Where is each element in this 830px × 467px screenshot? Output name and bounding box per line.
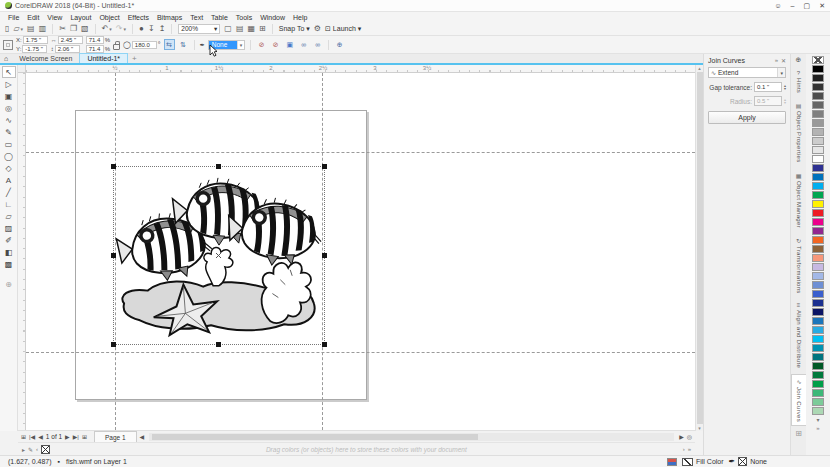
add-tool-button[interactable]: ⊕ [2,278,16,290]
tab-welcome-screen[interactable]: Welcome Screen [12,53,79,63]
color-swatch-35[interactable] [812,371,824,379]
color-swatch-37[interactable] [812,389,824,397]
vertical-scrollbar-thumb[interactable] [697,72,703,424]
object-width-field[interactable]: 2.45 " [58,36,83,44]
color-swatch-29[interactable] [812,317,824,325]
transparency-tool[interactable]: ▨ [2,222,16,234]
artistic-media-tool[interactable]: ✎ [2,126,16,138]
rotation-angle-field[interactable]: 180.0 [132,41,157,49]
color-swatch-31[interactable] [812,335,824,343]
menu-item-0[interactable]: File [4,14,23,21]
new-tab-button[interactable]: + [132,54,137,63]
docker-close-icon[interactable]: ✕ [781,57,786,64]
color-swatch-10[interactable] [812,146,824,154]
last-page-button[interactable]: ▶| [73,433,79,440]
launch-button[interactable]: ⊡ Launch ▾ [325,25,361,33]
previous-page-button[interactable]: ◀ [38,433,43,440]
join-mode-dropdown[interactable]: ∿ Extend ▾ [708,67,786,78]
palette-arrow-icon[interactable]: ▸ [22,446,25,453]
color-swatch-1[interactable] [812,65,824,73]
selection-handle-ne[interactable] [322,164,327,169]
undo-button[interactable]: ↶▾ [102,24,112,34]
color-swatch-15[interactable] [812,191,824,199]
vertical-scrollbar[interactable]: ▴ ▾ [695,65,703,431]
show-guidelines-button[interactable]: ⊞ [259,24,266,34]
export-button[interactable]: ↥ [159,24,166,34]
show-rulers-button[interactable]: ▤ [236,24,244,34]
selection-handle-e[interactable] [322,253,327,258]
palette-scroll-right-icon[interactable]: › [683,446,685,452]
tab-untitled-document[interactable]: Untitled-1* [79,53,128,63]
color-swatch-26[interactable] [812,290,824,298]
eyedropper-icon[interactable]: ✎ [28,446,33,453]
selection-handle-se[interactable] [322,342,327,347]
color-swatch-8[interactable] [812,128,824,136]
scroll-left-icon[interactable]: ◀ [140,433,145,440]
color-swatch-9[interactable] [812,137,824,145]
scroll-down-icon[interactable]: ▾ [698,425,701,431]
options-button[interactable]: ⚙ [314,24,321,34]
palette-scroll-down-icon[interactable]: ▾ [816,417,819,423]
save-button[interactable]: ▤ [27,24,35,34]
color-swatch-23[interactable] [812,263,824,271]
combine-button[interactable]: ∞ [298,39,309,50]
color-swatch-36[interactable] [812,380,824,388]
docker-tab-object-properties[interactable]: ▤Object Properties [791,99,806,165]
color-swatch-4[interactable] [812,92,824,100]
print-button[interactable]: ▥ [39,24,47,34]
add-docker-button[interactable]: ⊞ [795,429,802,438]
color-swatch-13[interactable] [812,173,824,181]
horizontal-scrollbar[interactable] [149,433,674,441]
x-position-field[interactable]: 1.75 " [23,36,48,44]
scale-v-field[interactable]: 71.4 [86,45,104,53]
menu-item-1[interactable]: Edit [23,14,43,21]
vertical-ruler[interactable] [18,73,26,430]
color-swatch-22[interactable] [812,254,824,262]
lock-ratio-icon[interactable] [113,44,120,50]
color-swatch-21[interactable] [812,245,824,253]
scroll-up-icon[interactable]: ▴ [698,65,701,71]
fill-color-indicator[interactable]: Fill Color [682,458,724,466]
menu-item-6[interactable]: Bitmaps [153,14,186,21]
apply-button[interactable]: Apply [708,111,786,124]
connector-tool[interactable]: ∟ [2,198,16,210]
selection-handle-w[interactable] [111,253,116,258]
docker-tab-hints[interactable]: ?Hints [791,67,806,96]
menu-item-2[interactable]: View [43,14,66,21]
color-swatch-19[interactable] [812,227,824,235]
close-shape-button[interactable]: ⊘ [270,39,281,50]
rectangle-tool[interactable]: ▭ [2,138,16,150]
cut-button[interactable]: ✂ [59,24,66,34]
color-swatch-14[interactable] [812,182,824,190]
object-height-field[interactable]: 2.06 " [55,45,80,53]
no-color-swatch[interactable] [41,445,50,454]
minimize-button[interactable]: – [791,1,795,11]
paste-button[interactable]: ▧ [81,24,89,34]
selection-handle-sw[interactable] [111,342,116,347]
color-swatch-30[interactable] [812,326,824,334]
search-content-button[interactable]: ● [139,24,144,34]
menu-item-11[interactable]: Help [289,14,311,21]
color-swatch-17[interactable] [812,209,824,217]
crop-tool[interactable]: ▣ [2,90,16,102]
selection-center-mark[interactable] [216,253,221,258]
selection-handle-n[interactable] [216,164,221,169]
close-button[interactable]: ✕ [819,1,825,11]
docker-tab-transformations[interactable]: ↻Transformations [791,234,806,297]
docker-menu-icon[interactable]: » [775,57,778,64]
color-swatch-11[interactable] [812,155,824,163]
mirror-horizontal-button[interactable]: ⇆ [164,39,175,50]
palette-scroll-left-icon[interactable]: ‹ [36,446,38,452]
full-screen-preview-button[interactable]: ▢ [224,24,232,34]
color-swatch-2[interactable] [812,74,824,82]
shape-tool[interactable]: ▷ [2,78,16,90]
freehand-tool[interactable]: ∿ [2,114,16,126]
pick-tool[interactable]: ↖ [2,66,16,78]
zoom-glass-icon[interactable]: ◎ [687,433,692,440]
selection-handle-s[interactable] [216,342,221,347]
color-swatch-3[interactable] [812,83,824,91]
zoom-tool[interactable]: ◎ [2,102,16,114]
ellipse-tool[interactable]: ◯ [2,150,16,162]
guideline-horizontal-1[interactable] [26,152,695,153]
polygon-tool[interactable]: ◇ [2,162,16,174]
